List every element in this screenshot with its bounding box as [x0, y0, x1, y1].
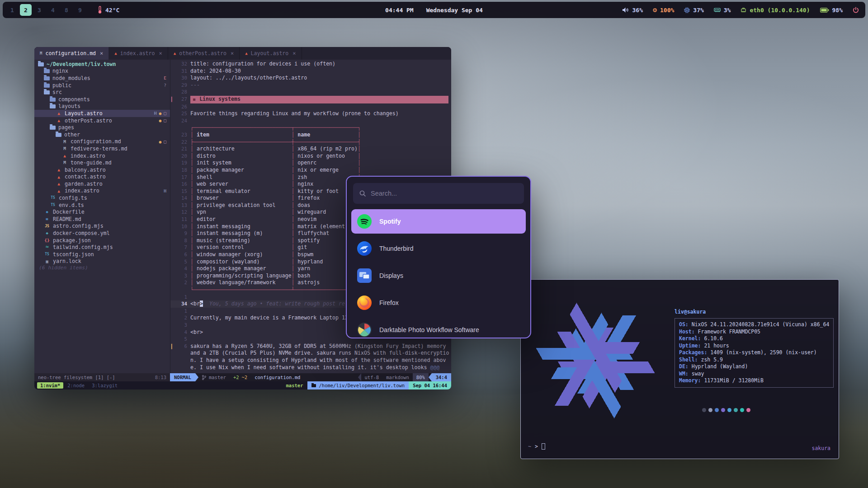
buffer-tab[interactable]: Mconfiguration.md× — [34, 47, 109, 60]
tree-item[interactable]: TSconfig.ts — [34, 194, 170, 202]
folder-icon — [44, 76, 50, 80]
editor-line[interactable]: 18│ package manager │ nix or emerge │ — [170, 167, 451, 174]
table-cell-item: privilege escalation tool — [193, 202, 291, 208]
tree-item[interactable]: ▲otherPost.astro●□ — [34, 117, 170, 124]
editor-line[interactable]: 20│ distro │ nixos or gentoo │ — [170, 153, 451, 160]
line-number: 2 — [175, 279, 190, 286]
table-border: │ — [190, 237, 193, 244]
line-text: <br — [190, 300, 200, 307]
editor-line[interactable]: 24 — [170, 117, 451, 125]
astro-icon: ▲ — [245, 51, 247, 56]
workspace-button-1[interactable]: 1 — [6, 4, 18, 16]
editor-line[interactable]: ▎27■Linux systems — [170, 96, 451, 103]
editor-line[interactable]: 23│ item │ name │ — [170, 131, 451, 139]
spotify-icon — [357, 214, 372, 229]
cpu-module[interactable]: 37% — [684, 7, 703, 14]
tree-item[interactable]: {}package.json — [34, 237, 170, 244]
clock-module[interactable]: 04:44 PM Wednesday Sep 04 — [385, 7, 483, 14]
editor-line[interactable]: 31date: 2024-08-30 — [170, 68, 451, 75]
launcher-item-thunderbird[interactable]: Thunderbird — [351, 236, 526, 261]
tree-item[interactable]: nginx — [34, 68, 170, 75]
tree-item-name: index.astro — [71, 153, 105, 159]
tree-item[interactable]: Mconfiguration.md●□ — [34, 138, 170, 145]
editor-line[interactable]: 32title: configuration for devices i use… — [170, 61, 451, 68]
editor-line[interactable]: 28 — [170, 89, 451, 96]
editor-line[interactable]: 30layout: ../../layouts/otherPost.astro — [170, 75, 451, 82]
tmux-window-1[interactable]: 1:nvim* — [37, 382, 63, 389]
tree-item[interactable]: ◈Dockerfile — [34, 208, 170, 216]
gear-module[interactable]: ⚙ 100% — [653, 6, 674, 14]
sign-column — [170, 68, 175, 75]
line-number: 30 — [175, 75, 190, 82]
tree-item[interactable]: src — [34, 89, 170, 96]
power-button[interactable] — [853, 7, 859, 13]
tree-item[interactable]: node_modulesE — [34, 75, 170, 82]
editor-line[interactable]: 22├───────────────────────────────┼─────… — [170, 139, 451, 146]
editor-line[interactable]: 21│ architecture │ x86_64 (rip m2 pro)│ — [170, 145, 451, 153]
buffer-tab[interactable]: ▲Layout.astro× — [240, 47, 302, 60]
launcher-item-firefox[interactable]: Firefox — [351, 291, 526, 315]
editor-line[interactable]: 29--- — [170, 82, 451, 89]
tree-item[interactable]: Mfediverse-terms.md — [34, 145, 170, 152]
launcher-item-spotify[interactable]: Spotify — [351, 209, 526, 234]
close-icon[interactable]: × — [159, 50, 162, 56]
tree-item[interactable]: ▲Layout.astroH●□ — [34, 110, 170, 117]
tree-item[interactable]: ≡README.md — [34, 216, 170, 223]
workspace-button-4[interactable]: 4 — [47, 4, 59, 16]
workspace-button-8[interactable]: 8 — [61, 4, 72, 16]
workspace-button-2[interactable]: 2 — [20, 4, 32, 16]
tmux-window-2[interactable]: 2:node — [64, 382, 88, 389]
tree-item-name: package.json — [53, 237, 91, 244]
fetch-info-line: Memory: 11731MiB / 31280MiB — [679, 377, 829, 385]
tree-item[interactable]: ▲index.astroH — [34, 188, 170, 195]
table-cell-item: item — [193, 131, 291, 138]
tree-item[interactable]: ▲balcony.astro — [34, 166, 170, 174]
workspace-button-9[interactable]: 9 — [74, 4, 86, 16]
tree-item[interactable]: ~/Development/liv.town — [34, 61, 170, 68]
close-icon[interactable]: × — [292, 50, 296, 56]
tree-item[interactable]: JSastro.config.mjs — [34, 223, 170, 230]
network-module[interactable]: eth0 (10.0.0.140) — [741, 7, 810, 14]
launcher-search-field[interactable]: Search... — [353, 183, 524, 204]
tree-item[interactable]: pages — [34, 124, 170, 131]
battery-module[interactable]: 98% — [820, 7, 843, 14]
workspace-button-3[interactable]: 3 — [33, 4, 45, 16]
editor-line[interactable]: ┌───────────────────────────────┬───────… — [170, 124, 451, 131]
sign-column — [170, 258, 175, 266]
launcher-item-displays[interactable]: Displays — [351, 263, 526, 288]
tree-item[interactable]: Mtone-guide.md — [34, 159, 170, 166]
close-icon[interactable]: × — [100, 50, 103, 56]
table-border: │ — [190, 202, 193, 208]
tree-item[interactable]: public? — [34, 82, 170, 89]
buffer-tab[interactable]: ▲index.astro× — [109, 47, 168, 60]
tree-item[interactable]: TSenv.d.ts — [34, 202, 170, 209]
fetch-info-label: Host: — [679, 328, 698, 335]
tree-item[interactable]: ◈docker-compose.yml — [34, 230, 170, 237]
tree-item[interactable]: ▣yarn.lock — [34, 258, 170, 265]
vim-mode-indicator: NORMAL — [170, 373, 195, 381]
tree-item[interactable]: ▲contact.astro — [34, 174, 170, 181]
fetch-info-value: 11731MiB / 31280MiB — [704, 377, 764, 384]
memory-module[interactable]: 3% — [714, 7, 731, 14]
tree-item[interactable]: layouts — [34, 103, 170, 110]
temperature-module[interactable]: 42°C — [98, 6, 119, 14]
editor-line[interactable]: ▎6sakura has a Ryzen 5 7640U, 32GB of DD… — [170, 343, 451, 371]
editor-line[interactable]: 19│ init system │ openrc │ — [170, 160, 451, 167]
shell-prompt[interactable]: ~ > — [528, 443, 545, 450]
tree-item[interactable]: other — [34, 131, 170, 138]
table-border: │ — [190, 209, 193, 215]
tmux-window-3[interactable]: 3:lazygit — [89, 382, 121, 389]
close-icon[interactable]: × — [231, 50, 234, 56]
tree-item[interactable]: ▲garden.astro — [34, 180, 170, 188]
status-bar: 123489 42°C 04:44 PM Wednesday Sep 04 36… — [3, 2, 865, 18]
tree-item[interactable]: ≈tailwind.config.mjs — [34, 244, 170, 251]
editor-line[interactable]: 25Favorite things regarding Linux and my… — [170, 110, 451, 117]
volume-module[interactable]: 36% — [622, 7, 642, 14]
tree-item[interactable]: components — [34, 96, 170, 103]
editor-line[interactable]: 26 — [170, 103, 451, 111]
buffer-tab[interactable]: ▲otherPost.astro× — [168, 47, 240, 60]
tree-item[interactable]: TStsconfig.json — [34, 251, 170, 258]
launcher-item-darktable[interactable]: Darktable Photo Workflow Software — [351, 318, 526, 338]
folder-icon — [311, 384, 316, 387]
tree-item[interactable]: ▲index.astro — [34, 152, 170, 160]
